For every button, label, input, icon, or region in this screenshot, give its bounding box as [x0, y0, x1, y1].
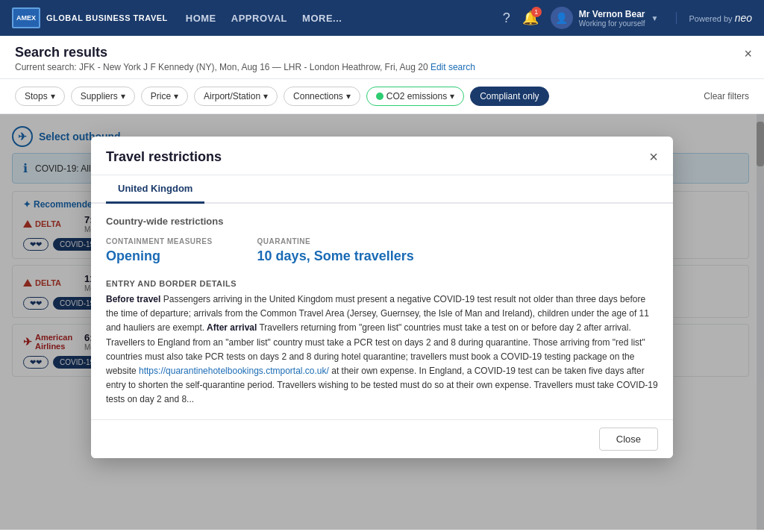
- modal-close-button[interactable]: ×: [649, 148, 658, 166]
- navbar: AMEX GLOBAL BUSINESS TRAVEL HOME APPROVA…: [0, 0, 764, 36]
- user-menu[interactable]: 👤 Mr Vernon Bear Working for yourself ▼: [551, 7, 659, 29]
- section-title: Country-wide restrictions: [106, 216, 658, 227]
- modal-tabs: United Kingdom: [91, 175, 673, 204]
- modal-cols: CONTAINMENT MEASURES Opening QUARANTINE …: [106, 237, 658, 264]
- powered-by: Powered by neo: [676, 12, 752, 24]
- price-filter[interactable]: Price ▾: [141, 87, 188, 106]
- brand-name: GLOBAL BUSINESS TRAVEL: [46, 13, 168, 22]
- airport-chevron-icon: ▾: [263, 91, 268, 101]
- search-subtitle-text: Current search: JFK - New York J F Kenne…: [15, 62, 428, 72]
- modal-title: Travel restrictions: [106, 149, 222, 165]
- amex-logo: AMEX: [12, 7, 40, 28]
- quarantine-link[interactable]: https://quarantinehotelbookings.ctmporta…: [139, 366, 329, 376]
- quarantine-col: QUARANTINE 10 days, Some travellers: [257, 237, 414, 264]
- help-icon[interactable]: ?: [503, 10, 510, 26]
- edit-search-link[interactable]: Edit search: [430, 62, 475, 72]
- close-search-button[interactable]: ×: [744, 46, 752, 62]
- co2-chevron-icon: ▾: [450, 91, 454, 101]
- brand[interactable]: AMEX GLOBAL BUSINESS TRAVEL: [12, 7, 168, 28]
- modal-footer: Close: [91, 419, 673, 458]
- containment-label: CONTAINMENT MEASURES: [106, 237, 213, 245]
- modal-body: Country-wide restrictions CONTAINMENT ME…: [91, 204, 673, 419]
- connections-filter[interactable]: Connections ▾: [284, 87, 360, 106]
- notifications-icon[interactable]: 🔔 1: [522, 10, 539, 26]
- nav-more[interactable]: MORE...: [302, 13, 342, 24]
- quarantine-value: 10 days, Some travellers: [257, 248, 414, 264]
- search-header: Search results Current search: JFK - New…: [0, 36, 764, 79]
- suppliers-filter[interactable]: Suppliers ▾: [71, 87, 135, 106]
- stops-chevron-icon: ▾: [51, 91, 55, 101]
- suppliers-chevron-icon: ▾: [121, 91, 125, 101]
- user-name: Mr Vernon Bear: [579, 9, 645, 19]
- stops-filter[interactable]: Stops ▾: [15, 87, 65, 106]
- neo-brand: neo: [735, 12, 752, 24]
- entry-text: Before travel Passengers arriving in the…: [106, 292, 658, 407]
- entry-title: ENTRY AND BORDER DETAILS: [106, 279, 658, 288]
- co2-filter[interactable]: CO2 emissions ▾: [366, 87, 464, 106]
- containment-value: Opening: [106, 248, 213, 264]
- modal-header: Travel restrictions ×: [91, 137, 673, 175]
- travel-restrictions-modal: Travel restrictions × United Kingdom Cou…: [91, 137, 673, 458]
- modal-overlay: Travel restrictions × United Kingdom Cou…: [0, 114, 764, 530]
- user-avatar: 👤: [551, 7, 573, 29]
- search-title: Search results: [15, 45, 749, 60]
- tab-united-kingdom[interactable]: United Kingdom: [106, 175, 204, 204]
- compliant-filter[interactable]: Compliant only: [470, 87, 548, 106]
- main-content: Search results Current search: JFK - New…: [0, 36, 764, 532]
- notification-badge: 1: [531, 7, 542, 17]
- clear-filters-button[interactable]: Clear filters: [704, 91, 749, 101]
- nav-right: ? 🔔 1 👤 Mr Vernon Bear Working for yours…: [503, 7, 752, 29]
- quarantine-label: QUARANTINE: [257, 237, 414, 245]
- results-area: ✈ Select outbound ℹ COVID-19: All you ne…: [0, 114, 764, 530]
- nav-links: HOME APPROVAL MORE...: [186, 13, 503, 24]
- user-details: Mr Vernon Bear Working for yourself: [579, 9, 645, 28]
- airport-filter[interactable]: Airport/Station ▾: [194, 87, 278, 106]
- filter-bar: Stops ▾ Suppliers ▾ Price ▾ Airport/Stat…: [0, 79, 764, 114]
- connections-chevron-icon: ▾: [346, 91, 351, 101]
- nav-home[interactable]: HOME: [186, 13, 216, 24]
- entry-bold-1: Before travel: [106, 294, 160, 304]
- co2-indicator: [376, 93, 383, 100]
- user-subtitle: Working for yourself: [579, 19, 645, 28]
- containment-col: CONTAINMENT MEASURES Opening: [106, 237, 213, 264]
- entry-bold-2: After arrival: [204, 322, 257, 333]
- price-chevron-icon: ▾: [174, 91, 178, 101]
- user-chevron-icon: ▼: [651, 14, 659, 22]
- nav-approval[interactable]: APPROVAL: [231, 13, 287, 24]
- search-subtitle: Current search: JFK - New York J F Kenne…: [15, 62, 749, 72]
- modal-close-footer-button[interactable]: Close: [599, 428, 658, 451]
